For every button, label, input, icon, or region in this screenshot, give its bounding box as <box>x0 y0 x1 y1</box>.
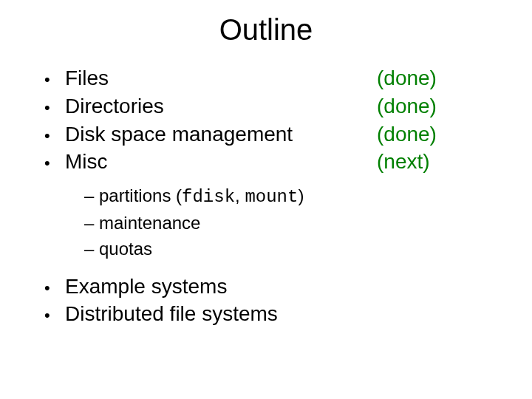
subitem: –maintenance <box>84 211 488 236</box>
subitem: –partitions (fdisk, mount) <box>84 183 488 211</box>
bullet-icon: • <box>44 69 65 91</box>
item-label: Misc <box>65 148 377 176</box>
outline-item: • Disk space management (done) <box>44 120 488 149</box>
dash-icon: – <box>84 236 99 262</box>
item-label: Example systems <box>65 273 488 301</box>
outline-item: • Example systems <box>44 273 488 301</box>
subitem-text: maintenance <box>99 213 200 233</box>
item-status: (done) <box>377 92 488 120</box>
item-label: Files <box>65 64 377 92</box>
item-status: (done) <box>377 64 488 92</box>
slide-title: Outline <box>44 13 488 47</box>
outline-item: • Distributed file systems <box>44 300 488 328</box>
dash-icon: – <box>84 183 99 209</box>
subitem-text-prefix: partitions ( <box>99 185 182 205</box>
bullet-icon: • <box>44 277 65 299</box>
outline-item: • Directories (done) <box>44 92 488 120</box>
subitem-text-suffix: ) <box>298 185 304 205</box>
subitem-text: quotas <box>99 239 152 259</box>
subitem-command: fdisk <box>182 187 235 207</box>
outline-item: • Misc (next) <box>44 148 488 176</box>
item-status: (done) <box>377 120 488 149</box>
item-label: Disk space management <box>65 120 377 149</box>
subitems: –partitions (fdisk, mount) –maintenance … <box>84 183 488 262</box>
bullet-icon: • <box>44 97 65 119</box>
subitem: –quotas <box>84 236 488 262</box>
subitem-command: mount <box>245 187 298 207</box>
subitem-text-sep: , <box>235 185 245 205</box>
dash-icon: – <box>84 211 99 236</box>
item-status: (next) <box>377 148 488 176</box>
bullet-icon: • <box>44 304 65 327</box>
item-label: Distributed file systems <box>65 300 488 328</box>
slide: Outline • Files (done) • Directories (do… <box>0 0 532 399</box>
outline-item: • Files (done) <box>44 64 488 92</box>
bullet-icon: • <box>44 152 65 174</box>
item-label: Directories <box>65 92 377 120</box>
bullet-icon: • <box>44 125 65 147</box>
